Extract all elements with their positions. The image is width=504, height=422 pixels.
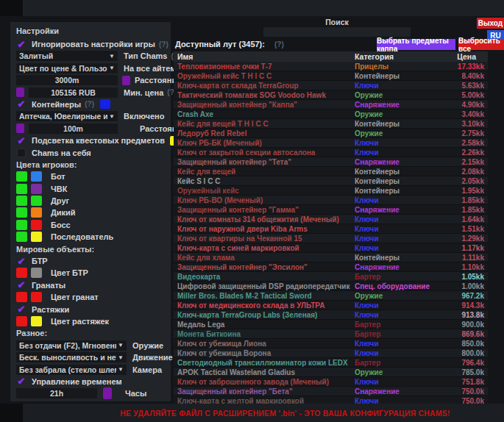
table-row[interactable]: Ключ от квартиры на Чеканной 15 Ключи 1.… — [174, 234, 488, 243]
ignore-game-settings-row[interactable]: Игнорировать настройки игры (?) — [16, 39, 165, 49]
check-icon[interactable] — [16, 99, 26, 110]
table-row[interactable]: Защищенный контейнер "Тета" Снаряжение 2… — [174, 157, 488, 167]
item-category: Прицелы — [355, 62, 433, 71]
player-color-swatch-2[interactable] — [31, 207, 42, 218]
min-price-input[interactable]: 105156 RUB — [29, 87, 118, 98]
table-row[interactable]: Ключ-карта от склада TerraGroup Ключи 5.… — [174, 81, 488, 90]
item-name: Тепловизионные очки Т-7 — [174, 62, 355, 71]
check-icon[interactable] — [16, 280, 26, 290]
containers-distance-color-swatch[interactable] — [16, 124, 24, 133]
tripwire-color-swatch-2[interactable] — [31, 316, 42, 326]
player-color-swatch-1[interactable] — [16, 207, 27, 218]
all-items-dropdown[interactable]: Цвет по цене & Пользователь ▼ — [16, 63, 118, 74]
chams-type-dropdown[interactable]: Залитый ▼ — [16, 51, 118, 61]
player-color-swatch-1[interactable] — [16, 184, 27, 194]
table-row[interactable]: Тепловизионные очки Т-7 Прицелы 17.33kk — [174, 62, 488, 71]
distance-input[interactable]: 3000m — [16, 75, 118, 85]
tripwire-color-swatch-1[interactable] — [16, 316, 27, 326]
table-row[interactable]: Ключ-карта с желтой маркировкой Ключи 75… — [174, 396, 488, 404]
table-row[interactable]: Ключ от наружной двери Kiba Arms Ключи 1… — [174, 224, 488, 234]
table-row[interactable]: Защищенный контейнер "Каппа" Снаряжение … — [174, 100, 488, 110]
column-category[interactable]: Категория — [355, 52, 433, 61]
btr-color-swatch-2[interactable] — [31, 268, 42, 278]
table-row[interactable]: Видеокарта Бартер 1.05kk — [174, 272, 488, 282]
weapon-dropdown[interactable]: Без отдачи (F2), Мгновенное п ▼ — [16, 340, 127, 351]
check-icon[interactable] — [16, 135, 26, 146]
table-row[interactable]: Кейс S I C C Контейнеры 2.05kk — [174, 176, 488, 186]
column-price[interactable]: Цена — [433, 52, 488, 61]
table-row[interactable]: Медаль Lega Бартер 900.0k — [174, 320, 488, 329]
table-row[interactable]: Ключ РБ-БК (Меченый) Ключи 2.58kk — [174, 138, 488, 148]
camera-dropdown[interactable]: Без забрала (стекло шлема) ▼ — [16, 365, 127, 375]
grenade-color-swatch-1[interactable] — [16, 292, 27, 302]
player-color-swatch-1[interactable] — [16, 232, 27, 242]
table-row[interactable]: Цифровой защищенный DSP радиопередатчик … — [174, 282, 488, 291]
table-row[interactable]: Ключ от убежища Ворона Ключи 800.0k — [174, 348, 488, 358]
time-control-row[interactable]: Управление временем — [16, 376, 165, 387]
search-input[interactable] — [263, 27, 411, 37]
exit-button[interactable]: Выход — [477, 18, 504, 29]
table-row[interactable]: Crash Axe Оружие 3.40kk — [174, 110, 488, 119]
select-kappa-items-button[interactable]: Выбрать предметы каппа — [377, 39, 455, 50]
containers-distance-input[interactable]: 100m — [29, 124, 118, 134]
table-row[interactable]: Ключ от заброшенного завода (Меченый) Кл… — [174, 377, 488, 387]
hours-color-swatch[interactable] — [103, 387, 112, 399]
check-icon[interactable] — [16, 376, 26, 387]
player-color-swatch-2[interactable] — [31, 184, 42, 194]
player-color-swatch-2[interactable] — [31, 196, 42, 206]
grenades-row[interactable]: Гранаты — [16, 280, 165, 290]
player-color-swatch-1[interactable] — [16, 171, 27, 182]
weapon-value: Без отдачи (F2), Мгновенное п — [19, 341, 116, 350]
table-row[interactable]: Ключ от закрытой секции автосалона Ключи… — [174, 148, 488, 157]
table-row[interactable]: Монета Биткоина Бартер 869.6k — [174, 329, 488, 339]
movement-dropdown[interactable]: Беск. выносливость и нет уста ▼ — [16, 352, 127, 362]
table-row[interactable]: Оружейный кейс Контейнеры 1.95kk — [174, 186, 488, 196]
check-icon[interactable] — [16, 304, 26, 315]
grenade-color-swatch-2[interactable] — [31, 292, 42, 302]
table-row[interactable]: Кейс для хлама Контейнеры 1.11kk — [174, 253, 488, 262]
check-icon[interactable] — [16, 256, 26, 266]
btr-color-swatch-1[interactable] — [16, 268, 27, 278]
table-row[interactable]: Защищенный контейнер "Бета" Снаряжение 7… — [174, 387, 488, 396]
checkbox-unchecked[interactable] — [17, 149, 26, 157]
chams-self-row[interactable]: Chams на себя — [16, 148, 165, 158]
table-row[interactable]: Кейс для вещей Т Н I С С Контейнеры 3.10… — [174, 119, 488, 129]
table-row[interactable]: Кейс для вещей Контейнеры 2.08kk — [174, 167, 488, 176]
table-row[interactable]: Оружейный кейс Т Н I С С Контейнеры 8.40… — [174, 71, 488, 81]
table-row[interactable]: Ключ РБ-ВО (Меченый) Ключи 1.85kk — [174, 196, 488, 205]
quest-highlight-row[interactable]: Подсветка квестовых предметов — [16, 135, 165, 146]
drop-all-button[interactable]: Выбросить все — [458, 39, 504, 50]
btr-row[interactable]: БТР — [16, 256, 165, 266]
table-row[interactable]: Тактический томагавк SOG Voodoo Hawk Ору… — [174, 90, 488, 100]
player-color-swatch-1[interactable] — [16, 220, 27, 230]
player-color-swatch-2[interactable] — [31, 171, 42, 182]
distance-color-swatch[interactable] — [122, 76, 130, 85]
player-color-swatch-1[interactable] — [16, 196, 27, 206]
check-icon[interactable] — [16, 39, 26, 49]
table-row[interactable]: Miller Bros. Blades M-2 Tactical Sword О… — [174, 291, 488, 301]
item-category: Ключи — [355, 235, 433, 243]
table-row[interactable]: Ключ от комнаты 314 общежития (Меченый) … — [174, 215, 488, 224]
table-row[interactable]: Ключ от убежища Лиона Ключи 850.0k — [174, 339, 488, 348]
column-name[interactable]: Имя — [174, 52, 355, 61]
tripwires-row[interactable]: Растяжки — [16, 304, 165, 315]
table-row[interactable]: Защищенный контейнер "Эпсилон" Снаряжени… — [174, 262, 488, 272]
config-warning-text: НЕ УДАЛЯЙТЕ ФАЙЛ С РАСШИРЕНИЕМ '.bin' - … — [54, 409, 450, 418]
all-items-row: Цвет по цене & Пользователь ▼ На все айт… — [16, 63, 165, 74]
table-row[interactable]: Ледоруб Red Rebel Оружие 2.75kk — [174, 129, 488, 138]
table-row[interactable]: Защищенный контейнер "Гамма" Снаряжение … — [174, 205, 488, 215]
containers-row[interactable]: Контейнеры (?) — [16, 99, 165, 110]
player-color-swatch-2[interactable] — [31, 232, 42, 242]
table-row[interactable]: Ключ-карта с синей маркировкой Ключи 1.1… — [174, 243, 488, 253]
min-price-color-swatch[interactable] — [16, 87, 24, 97]
table-row[interactable]: Ключ от медицинского склада в УЛЬТРА Клю… — [174, 301, 488, 310]
player-color-swatch-2[interactable] — [31, 220, 42, 230]
item-category: Снаряжение — [355, 387, 433, 396]
containers-filter-dropdown[interactable]: Аптечка, Ювелирные и... ▼ — [16, 111, 118, 121]
containers-color-swatch[interactable] — [100, 99, 110, 109]
hours-input[interactable]: 21h — [16, 388, 97, 398]
table-row[interactable]: APOK Tactical Wasteland Gladius Оружие 7… — [174, 368, 488, 377]
table-row[interactable]: Светодиодный трансиллюминатор кожи LEDX … — [174, 358, 488, 368]
btr-color-label: Цвет БТР — [51, 268, 88, 277]
table-row[interactable]: Ключ-карта TerraGroup Labs (Зеленая) Клю… — [174, 310, 488, 320]
